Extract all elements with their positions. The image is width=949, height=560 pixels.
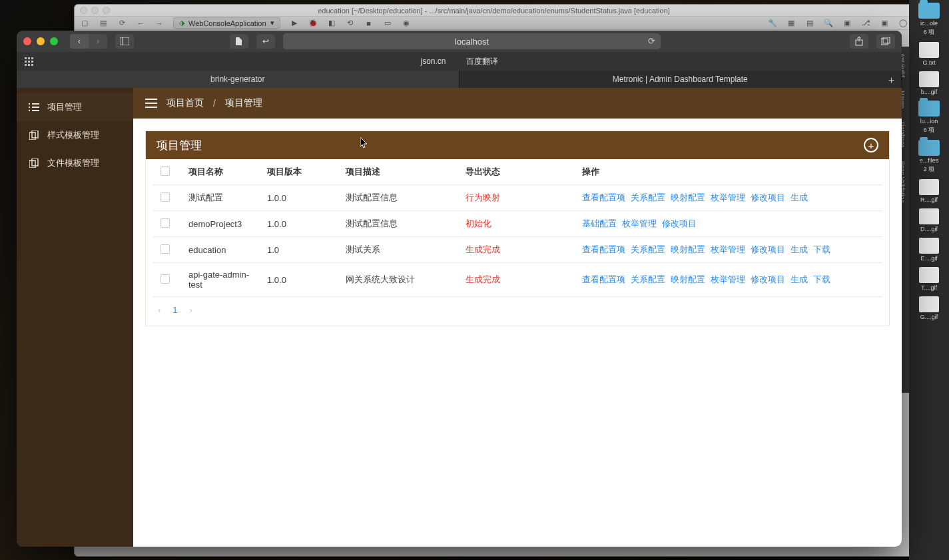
browser-tab[interactable]: Metronic | Admin Dashboard Template <box>460 71 902 88</box>
desktop-item[interactable]: b....gif <box>913 71 945 95</box>
share-back-button[interactable]: ↩ <box>256 34 275 49</box>
close-window-button[interactable] <box>23 37 31 45</box>
cell-actions: 查看配置项关系配置映射配置枚举管理修改项目生成下载 <box>574 263 882 297</box>
forward-button[interactable]: › <box>89 34 107 49</box>
stop-icon[interactable]: ■ <box>364 19 374 28</box>
reload-icon[interactable]: ⟳ <box>648 36 655 46</box>
address-bar[interactable]: localhost ⟳ <box>283 33 661 49</box>
page: 项目管理 样式模板管理 文件模板管理 项目首页 / 项目管理 <box>17 88 902 547</box>
action-link[interactable]: 枚举管理 <box>622 218 657 228</box>
favorite-link[interactable]: 百度翻译 <box>466 56 498 67</box>
action-link[interactable]: 查看配置项 <box>582 192 625 202</box>
goto-icon[interactable]: ▣ <box>842 19 852 28</box>
desktop-item[interactable]: D....gif <box>913 208 945 232</box>
th-actions: 操作 <box>574 159 882 185</box>
coverage-icon[interactable]: ◧ <box>327 19 336 28</box>
add-button[interactable]: + <box>864 138 878 152</box>
action-link[interactable]: 基础配置 <box>582 218 617 228</box>
favorite-link[interactable]: json.cn <box>420 57 446 66</box>
settings-icon[interactable]: ▦ <box>787 19 796 28</box>
apps-icon[interactable] <box>25 57 33 66</box>
action-link[interactable]: 关系配置 <box>631 192 665 202</box>
panel: 项目管理 + 项目名称 项目版本 项目描述 导出状态 <box>145 131 890 326</box>
window-traffic-lights <box>23 37 58 45</box>
checkbox-row[interactable] <box>160 218 170 228</box>
desktop-item[interactable]: ic...ole6 项 <box>913 3 945 37</box>
checkbox-row[interactable] <box>160 244 170 254</box>
evernote-button[interactable] <box>230 34 248 49</box>
pager-prev[interactable]: ‹ <box>158 305 160 315</box>
sidebar-item-projects[interactable]: 项目管理 <box>17 93 133 121</box>
desktop-item[interactable]: e...files2 项 <box>913 140 945 174</box>
sidebar-item-file-template[interactable]: 文件模板管理 <box>17 149 133 177</box>
action-link[interactable]: 关系配置 <box>631 244 665 254</box>
new-tab-button[interactable]: ＋ <box>886 74 896 87</box>
action-link[interactable]: 下载 <box>813 274 830 284</box>
action-link[interactable]: 修改项目 <box>751 192 785 202</box>
desktop-item[interactable]: G....gif <box>913 296 945 320</box>
git-icon[interactable]: ⎇ <box>861 19 870 28</box>
action-link[interactable]: 修改项目 <box>662 218 697 228</box>
desktop-item[interactable]: T....gif <box>913 267 945 291</box>
refresh-icon[interactable]: ⟳ <box>117 19 127 28</box>
action-link[interactable]: 查看配置项 <box>582 274 625 284</box>
action-link[interactable]: 映射配置 <box>671 192 705 202</box>
search-icon[interactable]: 🔍 <box>824 19 833 28</box>
action-link[interactable]: 生成 <box>791 192 808 202</box>
run-config-dropdown[interactable]: ⬗ WebConsoleApplication ▾ <box>173 17 280 29</box>
action-link[interactable]: 映射配置 <box>671 244 705 254</box>
svg-rect-3 <box>881 39 888 45</box>
run-any-icon[interactable]: ▣ <box>880 19 889 28</box>
desktop-item[interactable]: E....gif <box>913 238 945 262</box>
action-link[interactable]: 枚举管理 <box>711 192 745 202</box>
desktop-icon-strip: ic...ole6 项 G.txt b....gif lu...ion6 项 e… <box>909 0 949 560</box>
back-button[interactable]: ‹ <box>70 34 89 49</box>
action-link[interactable]: 生成 <box>791 244 808 254</box>
action-link[interactable]: 映射配置 <box>671 274 705 284</box>
build-icon[interactable]: ▭ <box>383 19 392 28</box>
run-icon[interactable]: ▶ <box>290 19 299 28</box>
undo-icon[interactable]: ← <box>136 19 145 28</box>
action-link[interactable]: 关系配置 <box>631 274 665 284</box>
action-link[interactable]: 修改项目 <box>751 274 785 284</box>
sidebar-toggle-button[interactable] <box>115 34 134 49</box>
attach-icon[interactable]: ⟲ <box>346 19 355 28</box>
structure-icon[interactable]: ▤ <box>805 19 814 28</box>
action-link[interactable]: 生成 <box>791 274 808 284</box>
action-link[interactable]: 枚举管理 <box>711 244 745 254</box>
action-link[interactable]: 下载 <box>813 244 830 254</box>
cell-status: 生成完成 <box>458 237 574 263</box>
browser-tab-active[interactable]: brink-generator <box>17 71 460 88</box>
pager-next[interactable]: › <box>190 305 192 315</box>
content: 项目首页 / 项目管理 项目管理 + 项目 <box>133 88 902 547</box>
share-button[interactable] <box>850 34 868 49</box>
cell-version: 1.0.0 <box>259 263 338 297</box>
debug-icon[interactable]: 🐞 <box>308 19 318 28</box>
redo-icon[interactable]: → <box>155 19 164 28</box>
sidebar-item-style-template[interactable]: 样式模板管理 <box>17 121 133 149</box>
checkbox-row[interactable] <box>160 274 170 284</box>
pager-current[interactable]: 1 <box>172 305 177 315</box>
sidebar-label: 文件模板管理 <box>47 157 99 169</box>
desktop-item[interactable]: R....gif <box>913 179 945 203</box>
maximize-window-button[interactable] <box>50 37 58 45</box>
open-icon[interactable]: ▢ <box>80 19 89 28</box>
tabs-button[interactable] <box>876 34 895 49</box>
menu-icon[interactable] <box>145 99 157 108</box>
exit-icon[interactable]: ◯ <box>898 19 908 28</box>
save-icon[interactable]: ▤ <box>99 19 108 28</box>
table-row: demoProject31.0.0测试配置信息初始化基础配置枚举管理修改项目 <box>153 211 882 237</box>
desktop-item[interactable]: G.txt <box>913 42 945 66</box>
cell-status: 行为映射 <box>458 185 574 211</box>
minimize-window-button[interactable] <box>37 37 45 45</box>
action-link[interactable]: 修改项目 <box>751 244 785 254</box>
checkbox-row[interactable] <box>160 192 170 202</box>
vcs-icon[interactable]: ◉ <box>402 19 411 28</box>
action-link[interactable]: 查看配置项 <box>582 244 625 254</box>
breadcrumb-home[interactable]: 项目首页 <box>166 97 204 109</box>
desktop-item[interactable]: lu...ion6 项 <box>913 101 945 135</box>
checkbox-all[interactable] <box>160 166 170 176</box>
action-link[interactable]: 枚举管理 <box>711 274 745 284</box>
wrench-icon[interactable]: 🔧 <box>768 19 777 28</box>
th-desc: 项目描述 <box>338 159 458 185</box>
